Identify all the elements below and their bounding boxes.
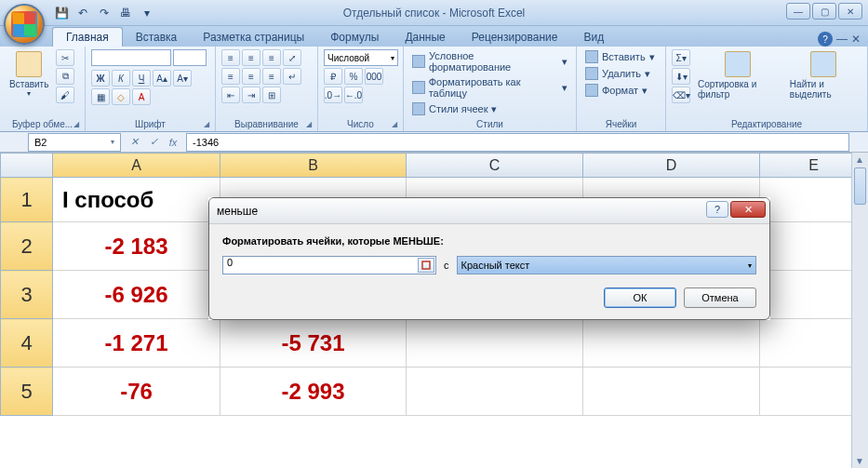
- tab-view[interactable]: Вид: [570, 28, 617, 47]
- save-icon[interactable]: 💾: [52, 4, 71, 22]
- quickprint-icon[interactable]: 🖶: [116, 4, 135, 22]
- dialog-launcher-icon[interactable]: ◢: [204, 120, 213, 129]
- grow-font-icon[interactable]: A▴: [153, 70, 171, 87]
- delete-cells-button[interactable]: Удалить ▾: [582, 66, 660, 81]
- font-size-select[interactable]: [173, 49, 207, 66]
- cell[interactable]: -1 271: [53, 319, 220, 368]
- tab-home[interactable]: Главная: [52, 27, 123, 47]
- cell[interactable]: -5 731: [220, 319, 407, 368]
- tab-data[interactable]: Данные: [392, 28, 458, 47]
- undo-icon[interactable]: ↶: [73, 4, 92, 22]
- percent-icon[interactable]: %: [344, 68, 363, 85]
- conditional-formatting-button[interactable]: Условное форматирование ▾: [409, 49, 570, 74]
- borders-button[interactable]: ▦: [91, 88, 110, 105]
- autosum-icon[interactable]: Σ▾: [672, 49, 690, 66]
- wrap-text-icon[interactable]: ↵: [283, 68, 301, 85]
- name-box[interactable]: B2▾: [28, 133, 121, 152]
- dialog-close-button[interactable]: ✕: [730, 201, 766, 218]
- shrink-font-icon[interactable]: A▾: [173, 70, 192, 87]
- cut-icon[interactable]: ✂: [56, 49, 74, 66]
- format-cells-button[interactable]: Формат ▾: [582, 83, 660, 98]
- close-button[interactable]: ✕: [838, 3, 862, 20]
- cell[interactable]: [583, 368, 760, 416]
- cell[interactable]: -2 183: [53, 222, 220, 271]
- orientation-icon[interactable]: ⤢: [283, 49, 301, 66]
- fx-icon[interactable]: fx: [164, 134, 182, 151]
- clear-icon[interactable]: ⌫▾: [672, 87, 690, 103]
- font-color-button[interactable]: A: [132, 88, 151, 105]
- format-as-table-button[interactable]: Форматировать как таблицу ▾: [409, 75, 570, 100]
- merge-cells-icon[interactable]: ⊞: [262, 87, 281, 103]
- fill-color-button[interactable]: ◇: [112, 88, 130, 105]
- increase-indent-icon[interactable]: ⇥: [242, 87, 260, 103]
- underline-button[interactable]: Ч: [132, 70, 151, 87]
- col-header-C[interactable]: C: [407, 154, 583, 178]
- redo-icon[interactable]: ↷: [95, 4, 114, 22]
- range-selector-icon[interactable]: [418, 258, 434, 273]
- tab-insert[interactable]: Вставка: [123, 28, 191, 47]
- cell[interactable]: [407, 368, 583, 416]
- vertical-scrollbar[interactable]: [851, 153, 868, 468]
- number-format-select[interactable]: Числовой▾: [324, 49, 398, 66]
- dialog-help-button[interactable]: ?: [706, 201, 728, 218]
- paste-button[interactable]: Вставить▾: [6, 49, 52, 100]
- threshold-input[interactable]: 0: [222, 256, 436, 274]
- italic-button[interactable]: К: [112, 70, 130, 87]
- align-top-icon[interactable]: ≡: [221, 49, 240, 66]
- cell[interactable]: I способ: [53, 178, 220, 222]
- cell[interactable]: -2 993: [220, 368, 407, 416]
- row-header[interactable]: 1: [1, 178, 53, 222]
- cancel-button[interactable]: Отмена: [684, 287, 756, 308]
- col-header-B[interactable]: B: [220, 154, 407, 178]
- cell[interactable]: [583, 319, 760, 368]
- cell[interactable]: -76: [53, 368, 220, 416]
- cell[interactable]: [407, 319, 583, 368]
- dialog-launcher-icon[interactable]: ◢: [306, 120, 315, 129]
- row-header[interactable]: 5: [1, 368, 53, 416]
- office-button[interactable]: [4, 4, 45, 45]
- insert-cells-button[interactable]: Вставить ▾: [582, 49, 660, 64]
- qat-more-icon[interactable]: ▾: [138, 4, 156, 22]
- format-select[interactable]: Красный текст▾: [457, 256, 757, 274]
- sort-filter-button[interactable]: Сортировка и фильтр: [694, 49, 782, 101]
- align-right-icon[interactable]: ≡: [262, 68, 281, 85]
- bold-button[interactable]: Ж: [91, 70, 110, 87]
- cell[interactable]: -6 926: [53, 271, 220, 319]
- font-name-select[interactable]: [91, 49, 171, 66]
- comma-icon[interactable]: 000: [365, 68, 383, 85]
- find-select-button[interactable]: Найти и выделить: [786, 49, 861, 101]
- increase-decimal-icon[interactable]: .0→: [324, 87, 342, 103]
- align-left-icon[interactable]: ≡: [221, 68, 240, 85]
- decrease-decimal-icon[interactable]: ←.0: [344, 87, 363, 103]
- align-bottom-icon[interactable]: ≡: [262, 49, 281, 66]
- row-header[interactable]: 4: [1, 319, 53, 368]
- cancel-formula-icon[interactable]: ✕: [125, 134, 143, 151]
- help-icon[interactable]: ?: [818, 32, 833, 47]
- currency-icon[interactable]: ₽: [324, 68, 342, 85]
- dialog-titlebar[interactable]: меньше ? ✕: [209, 198, 769, 224]
- enter-formula-icon[interactable]: ✓: [144, 134, 163, 151]
- maximize-button[interactable]: ▢: [812, 3, 836, 20]
- minimize-button[interactable]: —: [786, 3, 810, 20]
- decrease-indent-icon[interactable]: ⇤: [221, 87, 240, 103]
- cell-styles-button[interactable]: Стили ячеек ▾: [409, 101, 570, 116]
- row-header[interactable]: 2: [1, 222, 53, 271]
- minimize-ribbon-icon[interactable]: —: [836, 33, 848, 46]
- formula-input[interactable]: -1346: [186, 133, 849, 152]
- tab-formulas[interactable]: Формулы: [317, 28, 392, 47]
- dialog-launcher-icon[interactable]: ◢: [73, 120, 83, 129]
- fill-icon[interactable]: ⬇▾: [672, 68, 690, 85]
- align-middle-icon[interactable]: ≡: [242, 49, 260, 66]
- dialog-launcher-icon[interactable]: ◢: [392, 120, 401, 129]
- scrollbar-thumb[interactable]: [854, 167, 866, 205]
- col-header-D[interactable]: D: [583, 154, 760, 178]
- row-header[interactable]: 3: [1, 271, 53, 319]
- tab-review[interactable]: Рецензирование: [459, 28, 571, 47]
- tab-page-layout[interactable]: Разметка страницы: [190, 28, 317, 47]
- col-header-A[interactable]: A: [53, 154, 220, 178]
- format-painter-icon[interactable]: 🖌: [56, 87, 74, 103]
- close-workbook-icon[interactable]: ✕: [851, 33, 861, 46]
- ok-button[interactable]: ОК: [604, 287, 676, 308]
- copy-icon[interactable]: ⧉: [56, 68, 74, 85]
- align-center-icon[interactable]: ≡: [242, 68, 260, 85]
